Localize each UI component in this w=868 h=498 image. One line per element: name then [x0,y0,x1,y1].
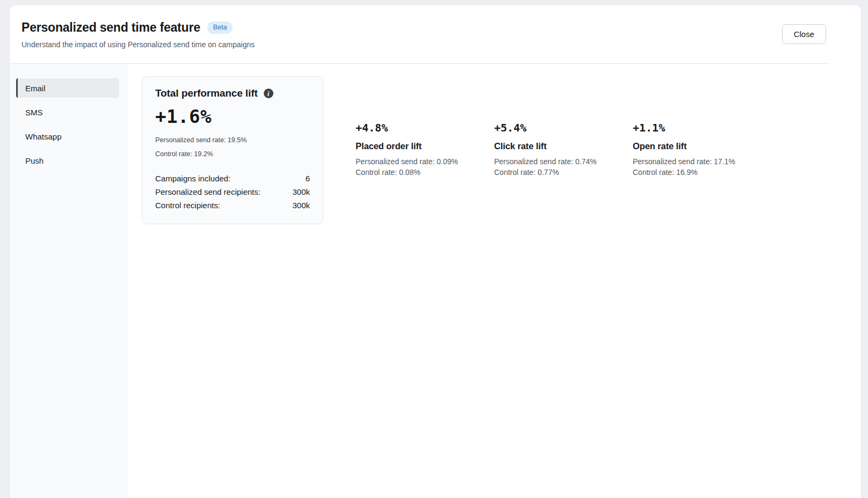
metric-lift-value: +5.4% [494,121,633,134]
metric-lift-value: +4.8% [356,121,494,134]
stat-row-personalized-recipients: Personalized send recipients: 300k [155,185,310,199]
page-title: Personalized send time feature [21,20,200,35]
metric-open-rate-lift: +1.1% Open rate lift Personalized send r… [633,121,771,178]
close-button[interactable]: Close [782,24,826,44]
metric-personalized-rate: Personalized send rate: 0.09% [356,156,494,167]
card-title: Total performance lift [155,87,258,99]
metric-personalized-rate: Personalized send rate: 17.1% [633,156,771,167]
sidebar-item-sms[interactable]: SMS [16,102,119,122]
campaign-stats: Campaigns included: 6 Personalized send … [155,172,310,212]
sidebar-item-label: Email [25,84,46,93]
metric-placed-order-lift: +4.8% Placed order lift Personalized sen… [356,121,494,178]
stat-label: Control recipients: [155,199,220,212]
sidebar-item-email[interactable]: Email [16,78,119,98]
main-content: Total performance lift i +1.6% Personali… [128,64,861,498]
personalized-send-time-modal: Personalized send time feature Beta Unde… [10,5,861,498]
metric-control-rate: Control rate: 16.9% [633,167,771,178]
lift-metrics-row: +4.8% Placed order lift Personalized sen… [356,121,771,178]
personalized-send-rate-line: Personalized send rate: 19.5% [155,136,310,144]
stat-value: 6 [306,172,310,185]
metric-control-rate: Control rate: 0.08% [356,167,494,178]
sidebar-item-label: Whatsapp [25,132,62,141]
stat-value: 300k [292,185,310,199]
stat-label: Campaigns included: [155,172,230,185]
stat-value: 300k [292,199,310,212]
metric-name: Click rate lift [494,141,633,151]
sidebar-item-push[interactable]: Push [16,151,119,170]
total-performance-lift-card: Total performance lift i +1.6% Personali… [142,76,323,224]
control-rate-line: Control rate: 19.2% [155,150,310,158]
channel-sidebar: Email SMS Whatsapp Push [10,64,128,498]
header-text-group: Personalized send time feature Beta Unde… [21,20,861,49]
metric-lift-value: +1.1% [633,121,771,134]
metric-personalized-rate: Personalized send rate: 0.74% [494,156,633,167]
modal-body: Email SMS Whatsapp Push Total performanc… [10,64,861,498]
beta-badge: Beta [207,21,233,34]
sidebar-item-label: Push [25,156,44,165]
total-lift-value: +1.6% [155,106,310,127]
stat-row-campaigns-included: Campaigns included: 6 [155,172,310,185]
page-subtitle: Understand the impact of using Personali… [21,40,861,49]
stat-label: Personalized send recipients: [155,185,261,199]
stat-row-control-recipients: Control recipients: 300k [155,199,310,212]
sidebar-item-whatsapp[interactable]: Whatsapp [16,127,119,146]
info-icon[interactable]: i [264,89,273,98]
metric-control-rate: Control rate: 0.77% [494,167,633,178]
sidebar-item-label: SMS [25,108,43,117]
modal-header: Personalized send time feature Beta Unde… [10,5,861,63]
metric-name: Placed order lift [356,141,494,151]
metric-name: Open rate lift [633,141,771,151]
metric-click-rate-lift: +5.4% Click rate lift Personalized send … [494,121,633,178]
